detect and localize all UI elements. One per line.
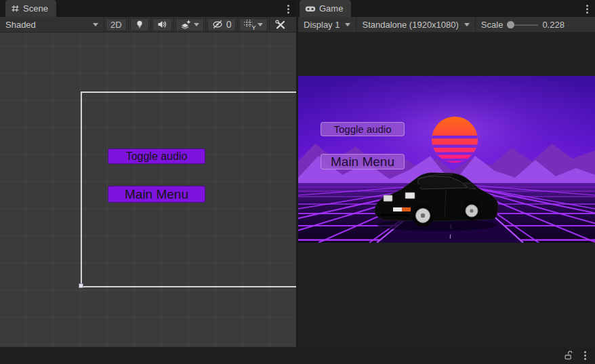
tab-scene[interactable]: Scene xyxy=(5,0,56,17)
game-tab-label: Game xyxy=(319,3,343,14)
scale-slider-knob[interactable] xyxy=(507,21,514,28)
scale-label: Scale xyxy=(481,20,504,30)
scene-toggle-audio-label: Toggle audio xyxy=(126,150,188,163)
chevron-down-icon xyxy=(93,23,98,26)
game-panel: Game Display 1 Standalone (1920x1080) Sc… xyxy=(298,0,595,347)
display-label: Display 1 xyxy=(304,20,340,30)
scale-control: Scale 0.228 xyxy=(476,17,570,33)
bottom-panel-menu-icon[interactable] xyxy=(581,350,588,361)
game-tabbar: Game xyxy=(298,0,595,17)
lock-open-icon[interactable] xyxy=(563,350,573,361)
effects-icon xyxy=(180,20,191,29)
scene-toolbar: Shaded 2D xyxy=(0,17,296,33)
scene-viewport[interactable]: Toggle audio Main Menu xyxy=(0,33,296,347)
game-toggle-audio-label: Toggle audio xyxy=(333,123,391,135)
tools-wrench-icon xyxy=(275,20,286,30)
gamepad-icon xyxy=(305,4,316,14)
shading-mode-label: Shaded xyxy=(5,20,36,30)
2d-label: 2D xyxy=(110,20,122,30)
game-render-viewport[interactable]: Toggle audio Main Menu xyxy=(298,76,595,243)
scene-toggle-audio-button[interactable]: Toggle audio xyxy=(108,148,205,164)
game-main-menu-label: Main Menu xyxy=(331,155,394,169)
component-tools-button[interactable] xyxy=(271,18,290,31)
display-dropdown[interactable]: Display 1 xyxy=(298,17,356,33)
effects-dropdown-icon[interactable] xyxy=(194,23,199,26)
scene-lighting-button[interactable] xyxy=(130,18,149,31)
bottom-panel-header xyxy=(0,347,595,364)
chevron-down-icon xyxy=(464,23,470,26)
game-panel-menu-icon[interactable] xyxy=(583,3,590,14)
eye-off-icon xyxy=(212,20,224,29)
shading-mode-dropdown[interactable]: Shaded xyxy=(0,17,104,33)
speaker-icon xyxy=(157,20,167,29)
scale-slider[interactable] xyxy=(507,17,538,33)
tab-game[interactable]: Game xyxy=(300,0,351,17)
resolution-label: Standalone (1920x1080) xyxy=(362,20,458,30)
canvas-corner-handle[interactable] xyxy=(79,283,83,288)
scene-grid-icon xyxy=(11,4,20,13)
scale-value: 0.228 xyxy=(542,20,565,30)
lightbulb-icon xyxy=(135,20,144,29)
game-main-menu-button[interactable]: Main Menu xyxy=(321,154,405,169)
game-toolbar: Display 1 Standalone (1920x1080) Scale 0… xyxy=(298,17,595,33)
hidden-object-count: 0 xyxy=(226,19,232,30)
2d-toggle-button[interactable]: 2D xyxy=(106,18,127,31)
scale-slider-track[interactable] xyxy=(514,24,538,26)
scene-main-menu-label: Main Menu xyxy=(125,187,188,202)
scene-panel-menu-icon[interactable] xyxy=(285,3,291,14)
grid-axis-label: Y xyxy=(251,24,255,31)
scene-panel: Scene Shaded 2D xyxy=(0,0,296,347)
scene-tabbar: Scene xyxy=(0,0,296,17)
scene-audio-button[interactable] xyxy=(152,18,172,31)
resolution-dropdown[interactable]: Standalone (1920x1080) xyxy=(356,17,474,33)
grid-dropdown-icon[interactable] xyxy=(258,23,263,26)
scene-effects-button[interactable] xyxy=(176,18,204,31)
scene-grid-visibility-button[interactable]: Y xyxy=(239,18,268,31)
scene-main-menu-button[interactable]: Main Menu xyxy=(108,186,205,203)
game-toggle-audio-button[interactable]: Toggle audio xyxy=(321,122,405,136)
unity-editor-window: Scene Shaded 2D xyxy=(0,0,595,364)
scene-tab-label: Scene xyxy=(23,3,48,14)
chevron-down-icon xyxy=(345,23,350,26)
scene-visibility-button[interactable]: 0 xyxy=(207,18,237,31)
